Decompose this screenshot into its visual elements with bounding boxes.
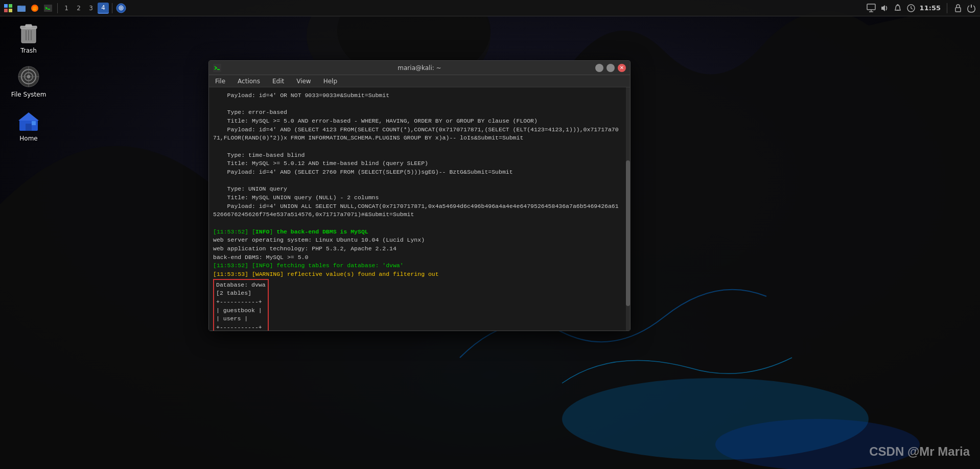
terminal-body[interactable]: Payload: id=4' OR NOT 9033=9033#&Submit=…	[209, 87, 630, 331]
svg-text:⊕: ⊕	[118, 4, 124, 12]
terminal-scrollbar-thumb[interactable]	[626, 160, 630, 307]
terminal-scrollbar[interactable]	[626, 87, 630, 331]
terminal-content: Payload: id=4' OR NOT 9033=9033#&Submit=…	[213, 91, 626, 279]
monitor-icon[interactable]	[867, 4, 876, 13]
menu-edit[interactable]: Edit	[270, 77, 286, 86]
workspace-buttons: 1 2 3 4	[61, 3, 109, 14]
svg-rect-25	[955, 8, 961, 12]
svg-rect-7	[9, 4, 12, 8]
firefox-icon[interactable]	[29, 2, 41, 14]
taskbar-right: 11:55	[862, 3, 980, 13]
terminal-title: maria@kali: ~	[398, 64, 441, 72]
watermark: CSDN @Mr Maria	[869, 444, 970, 459]
trash-image	[16, 20, 41, 45]
taskbar-sep2	[112, 3, 112, 13]
workspace-4[interactable]: 4	[98, 3, 109, 14]
clock-icon[interactable]	[906, 4, 916, 13]
menu-actions[interactable]: Actions	[236, 77, 262, 86]
maximize-button[interactable]	[606, 64, 615, 72]
workspace-special[interactable]: ⊕	[115, 3, 127, 14]
terminal-window: maria@kali: ~ ✕ File Actions Edit View H…	[208, 60, 631, 331]
filesystem-image	[16, 64, 41, 89]
svg-rect-17	[867, 4, 875, 10]
svg-rect-41	[32, 121, 36, 125]
power-icon[interactable]	[967, 4, 976, 13]
filesystem-icon[interactable]: File System	[8, 64, 49, 98]
taskbar-sep3	[947, 3, 947, 13]
terminal-menubar: File Actions Edit View Help	[209, 75, 630, 87]
svg-marker-39	[18, 112, 39, 121]
minimize-button[interactable]	[595, 64, 603, 72]
terminal-taskbar-icon[interactable]	[42, 2, 54, 14]
notification-icon[interactable]	[893, 4, 902, 13]
app-menu-icon[interactable]	[2, 2, 14, 14]
home-icon[interactable]: Home	[8, 108, 49, 142]
taskbar: 1 2 3 4 ⊕	[0, 0, 980, 16]
svg-point-3	[715, 419, 920, 469]
file-manager-icon[interactable]	[15, 2, 28, 14]
time-display: 11:55	[920, 4, 941, 12]
terminal-app-icon	[213, 64, 221, 72]
lock-icon[interactable]	[953, 4, 963, 13]
menu-help[interactable]: Help	[321, 77, 339, 86]
desktop-icons: Trash File System Home	[8, 20, 49, 142]
svg-point-21	[897, 4, 898, 6]
terminal-controls: ✕	[595, 64, 626, 72]
svg-rect-8	[4, 9, 8, 12]
terminal-titlebar: maria@kali: ~ ✕	[209, 61, 630, 75]
svg-rect-6	[4, 4, 8, 8]
svg-rect-28	[26, 25, 32, 27]
trash-icon[interactable]: Trash	[8, 20, 49, 54]
trash-label: Trash	[20, 47, 37, 54]
taskbar-left: 1 2 3 4 ⊕	[0, 2, 129, 14]
menu-view[interactable]: View	[294, 77, 313, 86]
workspace-2[interactable]: 2	[73, 3, 84, 14]
home-image	[16, 108, 41, 133]
home-label: Home	[19, 135, 37, 142]
workspace-3[interactable]: 3	[85, 3, 97, 14]
taskbar-sep1	[57, 3, 58, 13]
filesystem-label: File System	[11, 91, 46, 98]
svg-rect-9	[9, 9, 12, 12]
svg-rect-40	[26, 124, 32, 131]
menu-file[interactable]: File	[213, 77, 227, 86]
workspace-1[interactable]: 1	[61, 3, 72, 14]
db-result-box: Database: dvwa[2 tables]+-----------+| g…	[213, 279, 269, 331]
volume-icon[interactable]	[880, 4, 889, 13]
svg-line-24	[911, 8, 913, 9]
close-button[interactable]: ✕	[618, 64, 626, 72]
svg-rect-13	[44, 5, 52, 12]
